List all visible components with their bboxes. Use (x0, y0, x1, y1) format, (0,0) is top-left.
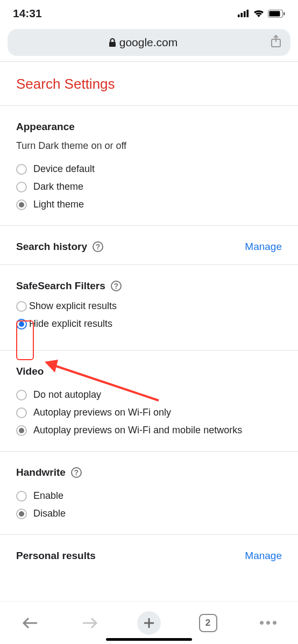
radio-icon (16, 390, 27, 400)
radio-hide-explicit[interactable]: Hide explicit results (16, 315, 282, 333)
safesearch-radio-group: Show explicit results Hide explicit resu… (16, 297, 282, 333)
svg-rect-7 (109, 42, 116, 47)
back-arrow-icon (22, 617, 38, 629)
menu-button[interactable] (255, 610, 281, 636)
radio-label: Device default (33, 163, 95, 175)
battery-icon (268, 10, 285, 18)
radio-handwrite-enable[interactable]: Enable (16, 487, 282, 505)
section-handwrite: Handwrite ? Enable Disable (16, 452, 282, 535)
help-icon[interactable]: ? (71, 467, 82, 478)
video-radio-group: Do not autoplay Autoplay previews on Wi-… (16, 386, 282, 439)
status-bar: 14:31 (0, 0, 298, 26)
radio-label: Show explicit results (29, 300, 117, 312)
help-icon[interactable]: ? (93, 241, 103, 252)
radio-icon (16, 491, 27, 502)
radio-icon (16, 509, 27, 519)
svg-rect-1 (241, 13, 243, 17)
address-bar-content: google.com (16, 36, 270, 49)
radio-label: Autoplay previews on Wi-Fi only (33, 407, 171, 418)
radio-label: Enable (33, 490, 63, 502)
radio-autoplay-all[interactable]: Autoplay previews on Wi-Fi and mobile ne… (16, 421, 282, 439)
radio-icon (16, 425, 27, 436)
section-search-history: Search history ? Manage (16, 226, 282, 265)
radio-icon (16, 182, 27, 192)
new-tab-button[interactable] (137, 611, 161, 635)
radio-device-default[interactable]: Device default (16, 160, 282, 178)
status-indicators (238, 9, 285, 18)
svg-rect-6 (283, 12, 285, 15)
handwrite-heading: Handwrite (16, 467, 66, 478)
safesearch-heading: SafeSearch Filters (16, 280, 105, 292)
help-icon[interactable]: ? (111, 281, 122, 291)
search-history-heading: Search history (16, 241, 87, 253)
radio-show-explicit[interactable]: Show explicit results (16, 297, 282, 315)
tab-count-badge: 2 (199, 614, 217, 632)
wifi-icon (253, 9, 265, 18)
appearance-heading: Appearance (16, 121, 282, 133)
settings-content: Appearance Turn Dark theme on or off Dev… (0, 106, 298, 562)
cellular-signal-icon (238, 10, 250, 17)
share-button[interactable] (270, 34, 282, 51)
handwrite-radio-group: Enable Disable (16, 487, 282, 523)
radio-icon (16, 199, 27, 210)
radio-label: Dark theme (33, 181, 83, 192)
manage-search-history-link[interactable]: Manage (245, 241, 282, 253)
tabs-button[interactable]: 2 (195, 610, 221, 636)
browser-toolbar: 2 (0, 601, 298, 644)
forward-arrow-icon (82, 617, 98, 629)
radio-label: Disable (33, 508, 66, 519)
svg-rect-0 (238, 15, 240, 17)
address-domain: google.com (119, 36, 178, 49)
radio-label: Autoplay previews on Wi-Fi and mobile ne… (33, 425, 242, 436)
page-title: Search Settings (0, 62, 298, 105)
home-indicator (106, 638, 192, 641)
svg-rect-5 (269, 11, 280, 16)
radio-light-theme[interactable]: Light theme (16, 196, 282, 213)
section-video: Video Do not autoplay Autoplay previews … (16, 350, 282, 452)
appearance-subtext: Turn Dark theme on or off (16, 140, 282, 152)
svg-rect-3 (247, 10, 249, 17)
section-personal-results: Personal results Manage (16, 535, 282, 562)
video-heading: Video (16, 366, 282, 377)
browser-chrome: google.com (0, 26, 298, 61)
radio-label: Light theme (33, 199, 84, 210)
radio-icon (16, 407, 27, 418)
section-appearance: Appearance Turn Dark theme on or off Dev… (16, 106, 282, 226)
radio-icon (16, 301, 27, 312)
forward-button[interactable] (77, 610, 103, 636)
svg-rect-2 (244, 11, 246, 17)
status-time: 14:31 (13, 7, 42, 20)
back-button[interactable] (17, 610, 43, 636)
radio-label: Do not autoplay (33, 389, 101, 400)
radio-handwrite-disable[interactable]: Disable (16, 505, 282, 523)
lock-icon (109, 38, 116, 47)
personal-results-heading: Personal results (16, 550, 96, 562)
plus-icon (143, 617, 155, 629)
appearance-radio-group: Device default Dark theme Light theme (16, 160, 282, 213)
radio-dark-theme[interactable]: Dark theme (16, 178, 282, 196)
section-safesearch: SafeSearch Filters ? Show explicit resul… (16, 265, 282, 350)
more-icon (260, 621, 276, 625)
radio-icon (16, 319, 27, 330)
radio-no-autoplay[interactable]: Do not autoplay (16, 386, 282, 404)
share-icon (270, 34, 282, 48)
manage-personal-results-link[interactable]: Manage (245, 550, 282, 562)
address-bar[interactable]: google.com (8, 29, 290, 56)
radio-label: Hide explicit results (29, 318, 112, 330)
radio-autoplay-wifi[interactable]: Autoplay previews on Wi-Fi only (16, 404, 282, 421)
radio-icon (16, 164, 27, 175)
